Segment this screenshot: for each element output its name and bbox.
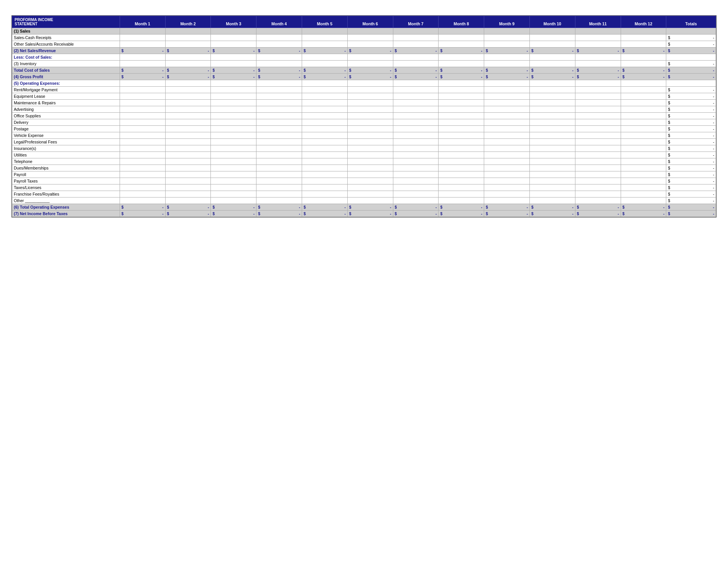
cell-month-1 bbox=[120, 35, 165, 41]
cell-month-8 bbox=[439, 119, 484, 126]
cell-month-11 bbox=[575, 35, 621, 41]
cell-totals: $- bbox=[666, 41, 716, 48]
cell-month-9 bbox=[484, 145, 530, 152]
cell-month-1 bbox=[120, 28, 165, 35]
table-row: Advertising$- bbox=[12, 106, 716, 113]
cell-month-7 bbox=[393, 100, 439, 106]
cell-month-12 bbox=[621, 100, 666, 106]
cell-totals: $- bbox=[666, 204, 716, 211]
cell-month-9 bbox=[484, 198, 530, 204]
cell-month-3 bbox=[211, 184, 256, 191]
cell-month-6 bbox=[347, 35, 393, 41]
cell-month-2 bbox=[165, 139, 211, 145]
cell-month-2 bbox=[165, 41, 211, 48]
cell-month-12 bbox=[621, 113, 666, 119]
cell-month-6 bbox=[347, 184, 393, 191]
header-month-2: Month 2 bbox=[165, 16, 211, 28]
cell-month-3 bbox=[211, 119, 256, 126]
cell-month-1 bbox=[120, 152, 165, 158]
cell-totals: $- bbox=[666, 152, 716, 158]
cell-month-4 bbox=[256, 80, 302, 87]
table-row: Franchise Fees/Royalties$- bbox=[12, 191, 716, 198]
cell-month-12 bbox=[621, 198, 666, 204]
cell-totals: $- bbox=[666, 35, 716, 41]
cell-month-10: $- bbox=[529, 74, 575, 80]
cell-month-12 bbox=[621, 191, 666, 198]
cell-month-3: $- bbox=[211, 74, 256, 80]
cell-month-2 bbox=[165, 119, 211, 126]
cell-month-5 bbox=[302, 106, 348, 113]
cell-month-8 bbox=[439, 126, 484, 132]
cell-month-8 bbox=[439, 191, 484, 198]
row-label: Rent/Mortgage Payment bbox=[12, 87, 120, 93]
row-label: Less: Cost of Sales: bbox=[12, 54, 120, 61]
cell-month-4 bbox=[256, 28, 302, 35]
row-label: Sales-Cash Receipts bbox=[12, 35, 120, 41]
cell-totals: $- bbox=[666, 106, 716, 113]
cell-month-11 bbox=[575, 165, 621, 171]
cell-month-10: $- bbox=[529, 211, 575, 217]
cell-month-6 bbox=[347, 100, 393, 106]
cell-month-1: $- bbox=[120, 74, 165, 80]
cell-month-7 bbox=[393, 41, 439, 48]
cell-month-4 bbox=[256, 171, 302, 178]
cell-month-9 bbox=[484, 126, 530, 132]
cell-totals: $- bbox=[666, 67, 716, 74]
cell-month-2 bbox=[165, 178, 211, 184]
cell-month-10 bbox=[529, 41, 575, 48]
cell-month-11 bbox=[575, 198, 621, 204]
row-label: Payroll Taxes bbox=[12, 178, 120, 184]
cell-month-7 bbox=[393, 139, 439, 145]
cell-month-8 bbox=[439, 28, 484, 35]
cell-month-6 bbox=[347, 165, 393, 171]
cell-month-3: $- bbox=[211, 211, 256, 217]
row-label: Total Cost of Sales bbox=[12, 67, 120, 74]
cell-month-12 bbox=[621, 35, 666, 41]
cell-month-9 bbox=[484, 61, 530, 67]
cell-month-12 bbox=[621, 152, 666, 158]
cell-month-2: $- bbox=[165, 211, 211, 217]
cell-month-6 bbox=[347, 178, 393, 184]
cell-month-9 bbox=[484, 191, 530, 198]
table-row: Insurance(s)$- bbox=[12, 145, 716, 152]
table-row: Maintenance & Repairs$- bbox=[12, 100, 716, 106]
cell-month-2: $- bbox=[165, 48, 211, 54]
cell-month-12 bbox=[621, 106, 666, 113]
cell-totals: $- bbox=[666, 126, 716, 132]
cell-month-11 bbox=[575, 139, 621, 145]
cell-month-4 bbox=[256, 132, 302, 139]
row-label: (2) Net Sales/Revenue bbox=[12, 48, 120, 54]
cell-month-3 bbox=[211, 171, 256, 178]
cell-month-4 bbox=[256, 184, 302, 191]
cell-month-8 bbox=[439, 165, 484, 171]
cell-month-12: $- bbox=[621, 204, 666, 211]
cell-month-9: $- bbox=[484, 211, 530, 217]
table-row: Payroll$- bbox=[12, 171, 716, 178]
cell-month-4 bbox=[256, 145, 302, 152]
cell-month-1 bbox=[120, 158, 165, 165]
cell-month-9 bbox=[484, 158, 530, 165]
cell-month-8 bbox=[439, 93, 484, 100]
cell-month-8: $- bbox=[439, 67, 484, 74]
cell-month-4 bbox=[256, 119, 302, 126]
cell-month-4 bbox=[256, 126, 302, 132]
row-label: Payroll bbox=[12, 171, 120, 178]
cell-month-3 bbox=[211, 145, 256, 152]
cell-month-9 bbox=[484, 28, 530, 35]
cell-month-10 bbox=[529, 93, 575, 100]
cell-month-7 bbox=[393, 93, 439, 100]
cell-month-6 bbox=[347, 171, 393, 178]
cell-month-6 bbox=[347, 198, 393, 204]
cell-month-6 bbox=[347, 126, 393, 132]
cell-month-9 bbox=[484, 139, 530, 145]
cell-month-2 bbox=[165, 132, 211, 139]
cell-month-7 bbox=[393, 61, 439, 67]
cell-month-10 bbox=[529, 28, 575, 35]
cell-month-4 bbox=[256, 35, 302, 41]
row-label: Postage bbox=[12, 126, 120, 132]
table-row: Total Cost of Sales$-$-$-$-$-$-$-$-$-$-$… bbox=[12, 67, 716, 74]
cell-month-1 bbox=[120, 119, 165, 126]
cell-month-12 bbox=[621, 93, 666, 100]
cell-month-11: $- bbox=[575, 204, 621, 211]
cell-month-3: $- bbox=[211, 67, 256, 74]
